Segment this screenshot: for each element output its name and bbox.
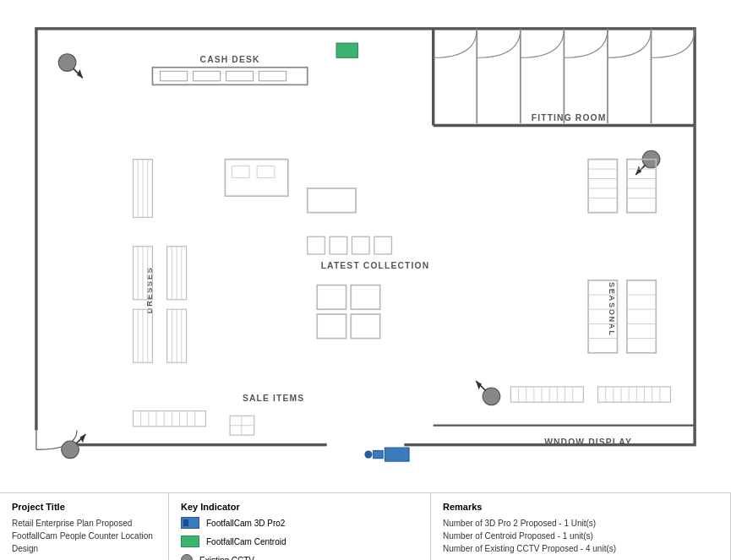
svg-text:WNDOW DISPLAY: WNDOW DISPLAY (544, 438, 632, 447)
svg-rect-51 (308, 188, 356, 213)
svg-point-122 (364, 450, 372, 458)
svg-rect-5 (327, 440, 405, 448)
svg-marker-99 (476, 381, 482, 389)
floor-plan-area: CASH DESK FITTING ROOM (0, 0, 731, 492)
project-section: Project Title Retail Enterprise Plan Pro… (0, 493, 169, 560)
svg-text:CASH DESK: CASH DESK (200, 55, 260, 64)
key-item-centroid: FootfallCam Centroid (181, 536, 418, 547)
3dpro2-icon (181, 517, 199, 529)
svg-rect-57 (351, 285, 379, 310)
svg-rect-54 (352, 237, 369, 254)
svg-rect-53 (330, 237, 347, 254)
svg-marker-24 (636, 166, 641, 175)
svg-rect-10 (226, 71, 254, 80)
legend-area: Project Title Retail Enterprise Plan Pro… (0, 492, 731, 560)
svg-rect-32 (232, 166, 249, 178)
svg-rect-59 (351, 314, 379, 339)
centroid-icon (181, 536, 199, 547)
key-item-centroid-label: FootfallCam Centroid (206, 537, 286, 546)
remarks-section: Remarks Number of 3D Pro 2 Proposed - 1 … (431, 493, 731, 560)
svg-rect-9 (194, 71, 221, 80)
key-item-3dpro2: FootfallCam 3D Pro2 (181, 517, 418, 529)
project-title-value: Retail Enterprise Plan Proposed Footfall… (12, 517, 156, 555)
key-item-cctv-label: Existing CCTV (199, 556, 254, 560)
main-container: CASH DESK FITTING ROOM (0, 0, 731, 560)
project-title-label: Project Title (12, 502, 156, 512)
svg-rect-120 (385, 448, 409, 461)
svg-rect-8 (161, 71, 188, 80)
svg-rect-76 (627, 280, 656, 353)
svg-rect-55 (374, 237, 392, 254)
svg-rect-52 (308, 237, 325, 254)
svg-rect-7 (152, 68, 307, 85)
cctv-icon (181, 554, 193, 560)
key-item-cctv: Existing CCTV (181, 554, 418, 560)
svg-rect-61 (588, 160, 617, 213)
svg-marker-96 (79, 434, 85, 443)
svg-rect-56 (317, 285, 346, 310)
svg-text:LATEST COLLECTION: LATEST COLLECTION (321, 261, 430, 270)
svg-rect-12 (336, 43, 357, 57)
remarks-list: Number of 3D Pro 2 Proposed - 1 Unit(s)N… (443, 517, 718, 555)
remark-item: Number of Centroid Proposed - 1 unit(s) (443, 530, 718, 542)
svg-rect-58 (317, 314, 346, 339)
svg-rect-11 (259, 71, 286, 80)
svg-rect-33 (257, 166, 275, 178)
key-indicator-label: Key Indicator (181, 502, 418, 512)
svg-text:FITTING ROOM: FITTING ROOM (532, 113, 607, 122)
svg-text:SALE ITEMS: SALE ITEMS (243, 394, 304, 403)
remark-item: Number of Existing CCTV Proposed - 4 uni… (443, 542, 718, 555)
floor-plan-svg: CASH DESK FITTING ROOM (17, 8, 714, 484)
svg-rect-121 (374, 450, 383, 458)
svg-marker-15 (77, 69, 83, 78)
remark-item: Number of 3D Pro 2 Proposed - 1 Unit(s) (443, 517, 718, 530)
key-item-3dpro2-label: FootfallCam 3D Pro2 (206, 519, 285, 528)
remarks-label: Remarks (443, 502, 718, 512)
key-indicator-section: Key Indicator FootfallCam 3D Pro2 Footfa… (169, 493, 431, 560)
